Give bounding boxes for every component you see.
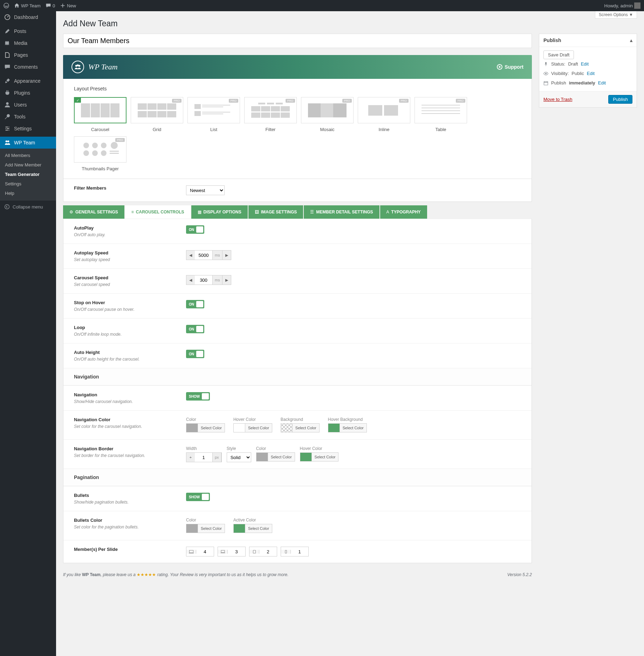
submenu-settings[interactable]: Settings bbox=[0, 179, 56, 189]
tab-carousel-controls[interactable]: ≡ CAROUSEL CONTROLS bbox=[125, 205, 191, 219]
svg-rect-61 bbox=[285, 550, 286, 553]
publish-button[interactable]: Publish bbox=[608, 95, 632, 104]
admin-bar: WP Team 0 New Howdy, admin bbox=[0, 0, 644, 11]
bullets-toggle[interactable]: SHOW bbox=[186, 493, 210, 501]
edit-status[interactable]: Edit bbox=[581, 61, 589, 67]
svg-rect-18 bbox=[167, 103, 176, 110]
border-width[interactable]: +px bbox=[186, 452, 222, 462]
svg-rect-35 bbox=[281, 106, 290, 111]
stop-hover-toggle[interactable]: ON bbox=[186, 300, 204, 308]
tab-image-settings[interactable]: 🖼 IMAGE SETTINGS bbox=[248, 205, 303, 219]
svg-rect-41 bbox=[321, 103, 333, 117]
per-slide-3[interactable] bbox=[281, 547, 309, 556]
menu-dashboard[interactable]: Dashboard bbox=[0, 11, 56, 23]
publish-box: Publish▴ Save Draft Status: Draft Edit V… bbox=[539, 34, 637, 108]
eye-icon bbox=[543, 71, 548, 76]
menu-appearance[interactable]: Appearance bbox=[0, 75, 56, 87]
menu-wpteam[interactable]: WP Team bbox=[0, 137, 56, 149]
wp-logo[interactable] bbox=[4, 3, 9, 8]
preset-filter[interactable]: PROFilter bbox=[244, 97, 297, 132]
nav-color-2[interactable]: Select Color bbox=[281, 423, 320, 432]
border-color[interactable]: Select Color bbox=[256, 452, 295, 462]
per-slide-0[interactable] bbox=[186, 547, 214, 556]
loop-toggle[interactable]: ON bbox=[186, 325, 204, 333]
tab-display-options[interactable]: ▦ DISPLAY OPTIONS bbox=[191, 205, 248, 219]
title-input[interactable] bbox=[63, 34, 532, 48]
autoplay-toggle[interactable]: ON bbox=[186, 225, 204, 234]
nav-toggle[interactable]: SHOW bbox=[186, 392, 210, 401]
svg-rect-24 bbox=[202, 105, 230, 105]
submenu-gen[interactable]: Team Generator bbox=[0, 170, 56, 179]
menu-plugins[interactable]: Plugins bbox=[0, 87, 56, 99]
preset-table[interactable]: PROTable bbox=[415, 97, 467, 132]
nav-color-0[interactable]: Select Color bbox=[186, 423, 225, 432]
menu-media[interactable]: Media bbox=[0, 37, 56, 49]
publish-toggle-icon[interactable]: ▴ bbox=[630, 37, 632, 43]
preset-grid[interactable]: PROGrid bbox=[131, 97, 183, 132]
comments-link[interactable]: 0 bbox=[46, 3, 55, 8]
svg-rect-43 bbox=[368, 105, 382, 116]
nav-color-1[interactable]: Select Color bbox=[233, 423, 272, 432]
submenu-add[interactable]: Add New Member bbox=[0, 160, 56, 170]
howdy-link[interactable]: Howdy, admin bbox=[604, 2, 640, 9]
site-link[interactable]: WP Team bbox=[14, 3, 41, 8]
auto-height-toggle[interactable]: ON bbox=[186, 350, 204, 358]
edit-visibility[interactable]: Edit bbox=[587, 71, 595, 76]
preset-list[interactable]: PROList bbox=[187, 97, 240, 132]
svg-rect-20 bbox=[148, 111, 157, 117]
menu-posts[interactable]: Posts bbox=[0, 25, 56, 37]
svg-rect-33 bbox=[261, 106, 270, 111]
tab-typography[interactable]: A TYPOGRAPHY bbox=[380, 205, 427, 219]
svg-point-52 bbox=[111, 142, 118, 149]
pin-icon bbox=[543, 62, 548, 67]
autoplay-speed-input[interactable]: ◀ms▶ bbox=[186, 250, 231, 260]
svg-rect-29 bbox=[258, 103, 265, 104]
preset-mosaic[interactable]: PROMosaic bbox=[301, 97, 354, 132]
preset-inline[interactable]: PROInline bbox=[358, 97, 410, 132]
submenu-wpteam: All Members Add New Member Team Generato… bbox=[0, 149, 56, 200]
svg-point-62 bbox=[545, 73, 547, 74]
tab-member-detail-settings[interactable]: ☰ MEMBER DETAIL SETTINGS bbox=[304, 205, 379, 219]
border-style[interactable]: Solid bbox=[227, 452, 251, 462]
menu-settings[interactable]: Settings bbox=[0, 123, 56, 135]
border-hover-color[interactable]: Select Color bbox=[300, 452, 339, 462]
submenu-help[interactable]: Help bbox=[0, 189, 56, 198]
svg-point-8 bbox=[78, 65, 81, 67]
svg-rect-63 bbox=[544, 81, 548, 85]
svg-point-50 bbox=[92, 143, 98, 148]
menu-pages[interactable]: Pages bbox=[0, 49, 56, 61]
preset-thumbnails-pager[interactable]: PROThumbnails Pager bbox=[74, 136, 126, 171]
per-slide-2[interactable] bbox=[249, 547, 277, 556]
filter-select[interactable]: Newest bbox=[186, 185, 225, 195]
svg-point-10 bbox=[499, 66, 501, 68]
svg-rect-60 bbox=[253, 550, 255, 553]
per-slide-1[interactable] bbox=[218, 547, 246, 556]
svg-rect-39 bbox=[281, 112, 290, 118]
bullet-color-0[interactable]: Select Color bbox=[186, 524, 225, 533]
svg-rect-15 bbox=[138, 103, 147, 110]
screen-options[interactable]: Screen Options ▼ bbox=[595, 11, 637, 19]
svg-rect-27 bbox=[202, 112, 230, 112]
collapse-menu[interactable]: Collapse menu bbox=[0, 200, 56, 213]
move-to-trash[interactable]: Move to Trash bbox=[543, 97, 572, 102]
new-link[interactable]: New bbox=[60, 3, 76, 8]
svg-rect-47 bbox=[422, 110, 460, 111]
support-link[interactable]: Support bbox=[497, 64, 523, 70]
plugin-banner: WP Team Support bbox=[63, 55, 532, 79]
bullet-color-1[interactable]: Select Color bbox=[233, 524, 272, 533]
svg-rect-45 bbox=[422, 105, 460, 105]
svg-point-2 bbox=[6, 102, 8, 105]
submenu-all[interactable]: All Members bbox=[0, 151, 56, 160]
carousel-speed-input[interactable]: ◀ms▶ bbox=[186, 275, 231, 285]
preset-carousel[interactable]: Carousel bbox=[74, 97, 126, 132]
tab-general-settings[interactable]: ⚙ GENERAL SETTINGS bbox=[63, 205, 124, 219]
menu-tools[interactable]: Tools bbox=[0, 111, 56, 123]
menu-comments[interactable]: Comments bbox=[0, 61, 56, 73]
svg-rect-30 bbox=[267, 103, 274, 104]
svg-point-3 bbox=[6, 141, 7, 142]
edit-publish-time[interactable]: Edit bbox=[598, 80, 606, 86]
menu-users[interactable]: Users bbox=[0, 99, 56, 111]
nav-color-3[interactable]: Select Color bbox=[328, 423, 367, 432]
svg-rect-57 bbox=[110, 153, 119, 154]
save-draft-button[interactable]: Save Draft bbox=[543, 50, 574, 59]
